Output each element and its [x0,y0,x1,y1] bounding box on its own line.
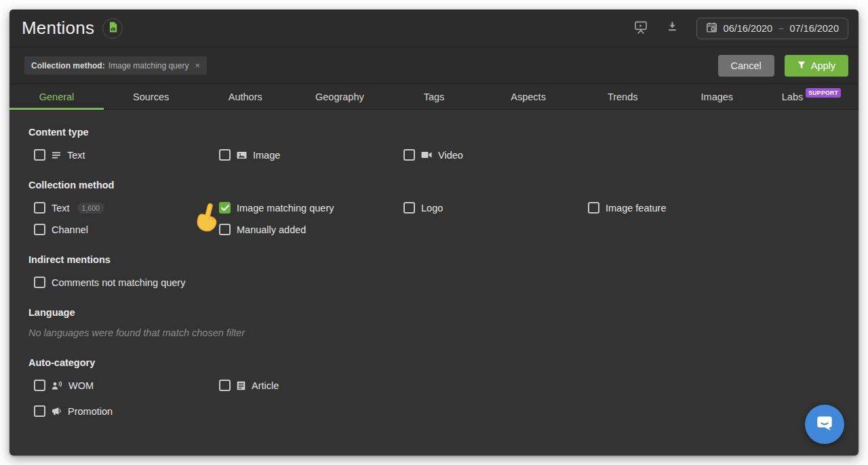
section-title: Auto-category [28,357,838,368]
filter-funnel-icon [797,60,806,71]
checkbox-item-logo[interactable]: Logo [398,202,443,214]
checkbox-item-image[interactable]: Image [214,149,280,161]
section-title: Content type [28,127,838,138]
checkbox-row: Promotion [28,405,838,417]
checkbox-label: Text [67,150,85,161]
wom-icon [52,381,62,390]
checkbox-checked[interactable] [219,202,231,214]
checkbox-row: TextImageVideo [28,149,838,161]
calendar-icon [706,22,717,35]
filter-tabs: GeneralSourcesAuthorsGeographyTagsAspect… [9,84,859,110]
checkbox-label: Article [252,380,279,391]
section-indirect-mentions: Indirect mentionsComments not matching q… [28,254,838,288]
checkbox-label: Promotion [68,406,113,417]
presentation-mode-button[interactable] [633,20,648,37]
filter-chip-label: Collection method: [31,61,105,70]
checkbox-item-text[interactable]: Text [28,149,85,161]
tab-images[interactable]: Images [670,84,764,109]
tab-label: Images [701,92,734,102]
section-title: Language [28,307,838,318]
section-title: Indirect mentions [28,254,838,265]
empty-state-text: No languages were found that match chose… [28,327,838,338]
image-icon [237,150,247,160]
checkbox-item-wom[interactable]: WOM [28,380,94,391]
tab-label: Geography [315,92,364,102]
tab-sources[interactable]: Sources [104,84,198,109]
checkbox-item-channel[interactable]: Channel [28,224,88,235]
intercom-chat-icon [814,413,835,436]
checkbox-unchecked[interactable] [34,405,45,417]
checkbox-item-article[interactable]: Article [214,380,279,391]
tab-label: Labs [782,92,803,102]
date-end: 07/16/2020 [789,23,839,34]
article-icon [237,381,245,390]
tab-label: Tags [424,92,445,102]
checkbox-item-promotion[interactable]: Promotion [28,405,113,417]
tab-authors[interactable]: Authors [198,84,292,109]
section-language: LanguageNo languages were found that mat… [28,307,838,338]
checkbox-label: Video [438,150,463,161]
checkbox-item-image-matching-query[interactable]: Image matching query [214,202,334,214]
section-auto-category: Auto-categoryWOMArticlePromotion [28,357,838,417]
checkbox-row: Comments not matching query [28,277,838,288]
checkbox-unchecked[interactable] [34,202,45,214]
export-button[interactable] [666,20,679,36]
checkbox-unchecked[interactable] [219,149,231,161]
active-filters-bar: Collection method: Image matching query … [9,47,859,84]
checkbox-unchecked[interactable] [403,149,415,161]
tab-general[interactable]: General [9,84,104,109]
checkbox-label: Image feature [606,203,666,214]
checkbox-label: Image [253,150,280,161]
report-button[interactable] [102,18,123,39]
checkbox-unchecked[interactable] [34,149,45,161]
tab-labs[interactable]: LabsSUPPORT [764,84,859,109]
filter-actions: Cancel Apply [718,55,848,77]
checkbox-unchecked[interactable] [403,202,415,214]
checkbox-unchecked[interactable] [588,202,599,214]
filters-content: Content typeTextImageVideoCollection met… [9,110,859,417]
checkbox-label: Channel [52,224,88,235]
count-badge: 1,600 [77,203,104,214]
checkbox-item-comments-not-matching-query[interactable]: Comments not matching query [28,277,185,288]
checkbox-unchecked[interactable] [219,224,231,235]
date-separator: – [778,23,783,33]
checkbox-label: WOM [68,380,94,391]
header-actions: 06/16/2020 – 07/16/2020 [633,18,848,39]
promotion-icon [52,407,62,416]
checkbox-row: WOMArticle [28,380,838,391]
tab-aspects[interactable]: Aspects [481,84,576,109]
filter-chip-value: Image matching query [108,61,189,70]
tab-tags[interactable]: Tags [387,84,481,109]
tab-label: Authors [229,92,262,102]
checkbox-row: Text1,600Image matching queryLogoImage f… [28,202,838,214]
date-range-picker[interactable]: 06/16/2020 – 07/16/2020 [696,18,848,39]
cancel-button[interactable]: Cancel [718,55,774,77]
date-start: 06/16/2020 [724,23,773,34]
checkbox-row: ChannelManually added [28,224,838,235]
checkbox-item-text[interactable]: Text1,600 [28,202,104,214]
checkbox-label: Logo [421,203,443,214]
tab-label: General [39,92,75,102]
tab-trends[interactable]: Trends [576,84,670,109]
checkbox-unchecked[interactable] [219,380,231,391]
checkbox-unchecked[interactable] [34,277,45,288]
page-title: Mentions [22,18,94,39]
filter-chip-remove-icon[interactable]: × [195,60,200,70]
apply-button[interactable]: Apply [785,55,848,77]
checkbox-item-video[interactable]: Video [398,149,463,161]
app-window: Mentions [9,9,859,456]
checkbox-label: Comments not matching query [52,277,185,288]
checkbox-unchecked[interactable] [34,224,45,235]
tab-geography[interactable]: Geography [292,84,387,109]
checkbox-item-manually-added[interactable]: Manually added [214,224,306,235]
page-header: Mentions [9,9,859,47]
section-content-type: Content typeTextImageVideo [28,127,838,161]
support-badge: SUPPORT [806,88,841,98]
checkbox-unchecked[interactable] [34,380,45,391]
filter-chip-collection-method[interactable]: Collection method: Image matching query … [24,56,207,75]
video-icon [421,150,432,159]
download-icon [666,20,679,36]
checkbox-item-image-feature[interactable]: Image feature [583,202,666,214]
report-document-icon [108,22,118,35]
intercom-chat-button[interactable] [805,405,844,444]
